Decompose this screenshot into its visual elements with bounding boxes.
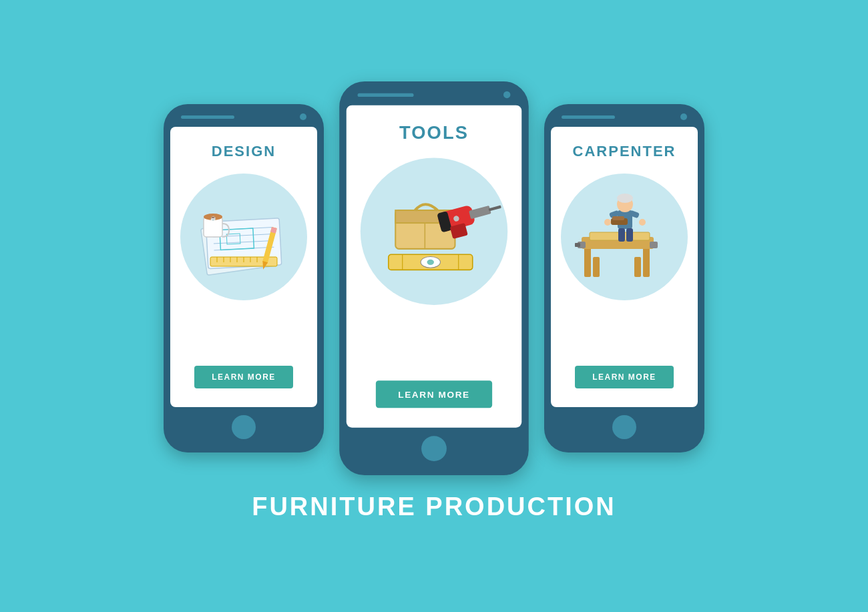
svg-rect-39 (634, 257, 641, 277)
svg-rect-44 (650, 242, 658, 248)
speaker-carpenter (562, 115, 615, 119)
learn-more-design[interactable]: LEARN MORE (194, 366, 293, 388)
phone-screen-design: DESIGN (170, 127, 317, 407)
svg-rect-26 (469, 206, 491, 219)
icon-circle-carpenter (561, 174, 688, 300)
svg-rect-27 (489, 206, 501, 212)
svg-text:☕: ☕ (210, 215, 216, 221)
screen-title-carpenter: CARPENTER (573, 143, 676, 160)
screen-title-tools: TOOLS (399, 122, 469, 144)
phone-top-bar-carpenter (551, 113, 698, 120)
icon-circle-design: ☕ (180, 174, 307, 300)
svg-rect-43 (575, 243, 580, 247)
home-button-design[interactable] (232, 415, 256, 439)
svg-rect-53 (626, 228, 633, 242)
phone-screen-tools: TOOLS (347, 105, 522, 428)
camera (300, 113, 306, 120)
home-button-tools[interactable] (421, 436, 447, 461)
svg-rect-55 (612, 216, 624, 220)
design-illustration: ☕ (190, 190, 297, 284)
main-title: FURNITURE PRODUCTION (252, 493, 616, 521)
speaker-tools (358, 93, 414, 96)
camera-carpenter (680, 113, 687, 120)
svg-point-51 (639, 219, 646, 226)
phone-design: DESIGN (164, 104, 324, 452)
screen-title-design: DESIGN (212, 143, 276, 160)
svg-point-47 (617, 194, 633, 203)
learn-more-carpenter[interactable]: LEARN MORE (575, 366, 674, 388)
phone-screen-carpenter: CARPENTER (551, 127, 698, 407)
svg-point-33 (427, 260, 435, 265)
svg-rect-52 (618, 228, 625, 242)
svg-rect-37 (643, 247, 650, 277)
camera-tools (503, 91, 511, 99)
svg-rect-36 (584, 247, 591, 277)
svg-point-50 (604, 219, 611, 226)
svg-rect-38 (593, 257, 600, 277)
icon-circle-tools (361, 158, 508, 304)
tools-illustration (367, 172, 501, 290)
phone-top-bar-tools (347, 91, 522, 99)
phone-top-bar (170, 113, 317, 120)
learn-more-tools[interactable]: LEARN MORE (376, 380, 493, 408)
phone-tools: TOOLS (339, 81, 529, 475)
speaker (181, 115, 234, 119)
home-button-carpenter[interactable] (612, 415, 636, 439)
phone-carpenter: CARPENTER (544, 104, 704, 452)
carpenter-illustration (570, 187, 680, 287)
phones-container: DESIGN (164, 91, 704, 466)
